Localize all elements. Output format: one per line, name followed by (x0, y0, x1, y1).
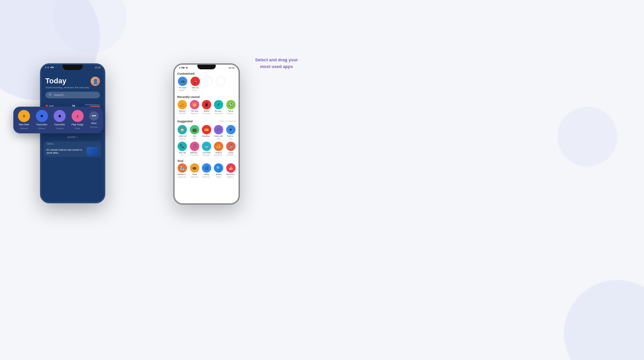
phone1-search-text: Search... (54, 93, 66, 97)
variety-sub: YOUKU VL... (202, 176, 211, 178)
suggested-title: Suggested (177, 118, 193, 124)
qa-favourites-contacts[interactable]: ★ Favourites Contacts (54, 110, 66, 129)
finance-name: Finance (216, 152, 222, 154)
app-ticket[interactable]: 🎟 Ticket MEITUAN (189, 163, 199, 178)
app-delivery[interactable]: 🛵 Delivery MEITUAN (177, 100, 187, 115)
qa-star-icon: ★ (54, 110, 66, 122)
select-drag-callout: Select and drag your most used apps (243, 57, 310, 70)
phone2-content: Customised 📺 TV series BABBVI... 🚗 New c… (175, 70, 239, 202)
app-netease[interactable]: 🎵 NetEase... Fast service (189, 142, 199, 156)
mobile-name: Mobile (204, 110, 209, 112)
tool-title: Tool (177, 158, 236, 163)
suggested-row-2: 📞 Inter call life 🎵 NetEase... Fast serv… (177, 142, 236, 156)
variety-icon: 🔵 (202, 163, 211, 173)
phone1-search-bar[interactable]: 🔍 Search... (45, 92, 100, 98)
app-tv-series[interactable]: 📺 TV series BABBVI... (177, 77, 188, 91)
app-job[interactable]: 💼 Job Gate (189, 125, 199, 140)
phone1-avatar: 👤 (91, 77, 100, 86)
netease-sub: Fast service (190, 154, 198, 156)
app-car-ticket[interactable]: 🚌 Car ticket Advantage... (202, 142, 212, 156)
app-new-car[interactable]: 🚗 New car Drivers... (190, 77, 201, 91)
game-elec-sub: Game (217, 138, 221, 140)
are-you-icon: ✓ (214, 100, 223, 109)
ticket-icon: 🎟 (190, 163, 199, 173)
phone1-time: 03:08 (95, 66, 101, 69)
app-comic[interactable]: 📚 Comic HUAWEI... (226, 142, 236, 156)
comic-sub: HUAWEI... (227, 154, 235, 156)
comic-name: Comic (228, 152, 234, 154)
app-boarding[interactable]: 🎫 boarding... ... (202, 125, 212, 140)
inter-call-name: Inter call (179, 152, 186, 154)
app-finance[interactable]: 💰 Finance HUAWEI W... (214, 142, 224, 156)
app-market-h[interactable]: 🏪 Market H... Market Hall (177, 163, 187, 178)
app-recomm[interactable]: 👍 Recomm... WANGYI... (226, 163, 236, 178)
qa-play-songs[interactable]: ♪ Play Songs Music (72, 110, 84, 129)
app-empty-2[interactable] (215, 77, 226, 91)
app-book-a[interactable]: ✈ Book a... Cing... (226, 125, 236, 140)
lobby-hot-icon: 🏠 (178, 125, 187, 134)
inter-call-sub: life (181, 154, 183, 156)
phone1-signal: ▲▲ ◀ ▶ (45, 66, 54, 69)
search-app-name: Search (216, 173, 222, 176)
mobile-icon: 📱 (202, 100, 211, 109)
new-car-icon: 🚗 (191, 77, 200, 86)
app-empty-1[interactable] (203, 77, 213, 91)
more-main-btn[interactable]: MORE > (41, 133, 104, 141)
app-inter-call[interactable]: 📞 Inter call life (177, 142, 187, 156)
sports-sub: Know the... (227, 113, 235, 114)
book-a-icon: ✈ (226, 125, 236, 134)
phones-container: ▲▲ ◀ ▶ 03:08 Today Good morning, embrace… (40, 63, 240, 205)
phone2-frame: ▲◀ ▶ ◀ 08:08 Customised 📺 TV series BABB… (173, 63, 240, 205)
empty-slot-2 (216, 77, 225, 86)
qa-favourites-delivery[interactable]: ♥ Favourites Delivery (36, 110, 48, 129)
app-mobile[interactable]: 📱 Mobile Fast service (202, 100, 212, 115)
delivery-name: Delivery (179, 110, 186, 112)
market-h-sub: Market Hall (179, 176, 186, 178)
tool-grid: 🏪 Market H... Market Hall 🎟 Ticket MEITU… (177, 163, 236, 178)
boarding-sub: ... (206, 138, 207, 140)
news-item[interactable]: EU should 'chart its own course' in worl… (44, 146, 101, 157)
netease-icon: 🎵 (190, 142, 199, 151)
app-lobby-hot[interactable]: 🏠 Lobby hot Tingle live (177, 125, 187, 140)
phone2-notch (198, 65, 216, 69)
finance-icon: 💰 (214, 142, 223, 151)
delivery-icon: 🛵 (178, 100, 187, 109)
phone1-header: Today Good morning, embrace the new day … (41, 70, 104, 92)
book-a-sub: Cing... (229, 138, 233, 140)
qa-music-icon: ♪ (72, 110, 84, 122)
qa-songs-label: Play Songs (72, 123, 83, 126)
qa-new-note[interactable]: + New Note Notepad (18, 110, 30, 129)
app-the-king[interactable]: 👑 The king Pepper live (189, 100, 199, 115)
app-variety[interactable]: 🔵 Variety YOUKU VL... (202, 163, 212, 178)
ticket-name: Ticket (192, 173, 197, 176)
are-you-name: Are you... (215, 110, 223, 112)
recently-used-title: Recently Usesd (177, 93, 236, 100)
car-ticket-name: Car ticket (203, 152, 210, 154)
app-game-elec[interactable]: 🎮 Game elec Game (214, 125, 224, 140)
qa-more[interactable]: ••• More Services (89, 110, 99, 128)
qa-new-note-icon: + (18, 110, 30, 122)
empty-slot-1 (203, 77, 213, 86)
phone2-signal: ▲◀ ▶ ◀ (179, 66, 187, 69)
callout-line2: most used apps (260, 64, 293, 69)
tv-series-name: TV series (179, 87, 186, 89)
app-sports[interactable]: ⚽ Sports Know the... (226, 100, 236, 115)
qa-more-label: More (91, 122, 97, 125)
app-are-you[interactable]: ✓ Are you... Fast service (214, 100, 224, 115)
new-car-name: New car (192, 87, 199, 89)
app-search[interactable]: 🔍 Search FXBOX (214, 163, 224, 178)
phone1-news: NEWS EU should 'chart its own course' in… (44, 141, 101, 157)
news-label: NEWS (44, 141, 101, 146)
lobby-hot-name: Lobby hot (178, 135, 186, 137)
netease-name: NetEase... (190, 152, 199, 154)
customised-grid: 📺 TV series BABBVI... 🚗 New car Drivers.… (177, 77, 236, 91)
game-elec-icon: 🎮 (214, 125, 223, 134)
bg-decoration-bottom-right (564, 280, 644, 360)
delivery-sub: MEITUAN (179, 113, 186, 114)
suggested-row-1: 🏠 Lobby hot Tingle live 💼 Job Gate 🎫 boa… (177, 125, 236, 140)
qa-new-note-sub: Notepad (20, 127, 28, 129)
comic-icon: 📚 (226, 142, 236, 151)
qa-favourites2-sub: Contacts (56, 127, 64, 129)
are-you-sub: Fast service (215, 113, 223, 114)
phone1-title: Today (45, 77, 89, 85)
